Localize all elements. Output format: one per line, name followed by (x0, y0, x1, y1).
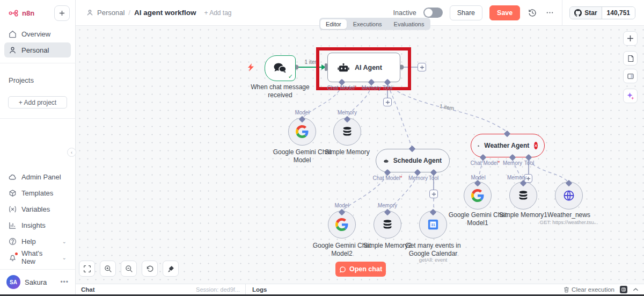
chevron-up-icon[interactable] (633, 287, 639, 292)
n8n-logo-icon (8, 10, 19, 17)
port-label: Model (471, 175, 485, 181)
zoom-out-button[interactable] (121, 261, 137, 277)
toggle-panel-button[interactable] (623, 69, 638, 83)
chat-panel-header[interactable]: Chat Session: ded9f... (76, 284, 246, 294)
user-menu[interactable]: SA Sakura ••• (0, 269, 75, 294)
port-label: Tool (429, 175, 438, 181)
session-id: Session: ded9f... (196, 286, 240, 293)
sidebar-item-overview[interactable]: Overview (4, 26, 71, 41)
activation-toggle[interactable] (423, 8, 443, 18)
robot-icon (338, 62, 349, 74)
n8n-logo: n8n (8, 9, 34, 17)
sidebar-item-label: Templates (21, 189, 53, 197)
history-icon (528, 9, 537, 17)
tab-executions[interactable]: Executions (348, 19, 387, 29)
panel-toggle-icon[interactable] (620, 286, 627, 293)
toggle-knob (425, 9, 433, 17)
node-subtitle: GET: https://weather.tsu... (540, 219, 598, 225)
port-label: Tool (383, 85, 392, 91)
breadcrumb-project[interactable]: Personal (97, 9, 125, 17)
globe-icon (562, 189, 575, 202)
new-workflow-button[interactable] (54, 5, 70, 21)
port-label: Memory (503, 160, 522, 166)
zoom-to-fit-button[interactable] (79, 261, 95, 277)
workflow-history-button[interactable] (527, 8, 538, 18)
undo-icon (146, 265, 154, 273)
add-tool-button[interactable] (383, 98, 392, 106)
workflow-canvas[interactable]: 1 item 1 item ✓ When chat message receiv… (76, 26, 644, 284)
more-options-button[interactable] (545, 8, 555, 18)
node-label: Get many events in Google Calendar (400, 242, 466, 258)
github-star-widget[interactable]: Star 140,751 (569, 6, 635, 19)
port-label: Memory (338, 110, 357, 115)
open-chat-label: Open chat (349, 265, 382, 273)
database-icon (517, 190, 529, 201)
sidebar-item-personal[interactable]: Personal (4, 42, 71, 57)
sidebar-item-help[interactable]: Help ⌄ (4, 234, 71, 249)
required-marker: * (400, 175, 402, 181)
sidebar-item-templates[interactable]: Templates (4, 185, 71, 200)
clear-execution-button[interactable]: Clear execution (564, 286, 614, 293)
tab-editor[interactable]: Editor (320, 19, 347, 29)
node-weather-agent[interactable]: Weather Agent ✕ (471, 134, 545, 157)
port-label: Chat Model* (372, 175, 402, 181)
workflow-title[interactable]: AI agent workflow (134, 9, 196, 17)
undo-button[interactable] (142, 261, 158, 277)
port-label: Memory (378, 203, 397, 208)
sidebar-item-admin-panel[interactable]: Admin Panel (4, 169, 71, 184)
node-title: Schedule Agent (393, 157, 442, 164)
tab-evaluations[interactable]: Evaluations (389, 19, 430, 29)
sidebar-collapse-button[interactable]: ‹ (67, 148, 76, 157)
add-project-button[interactable]: + Add project (8, 96, 67, 109)
port-label: Model (295, 110, 309, 115)
sidebar-item-whats-new[interactable]: What's New ⌄ (4, 250, 71, 265)
zoom-in-button[interactable] (100, 261, 116, 277)
share-button[interactable]: Share (450, 5, 482, 20)
divider (0, 63, 75, 63)
node-label: When chat message received (245, 83, 315, 99)
zoom-in-icon (104, 265, 112, 273)
add-tool-button[interactable] (429, 190, 438, 198)
save-button[interactable]: Save (489, 5, 520, 20)
add-node-button[interactable] (418, 63, 426, 71)
sidebar-item-insights[interactable]: Insights (4, 218, 71, 233)
logs-panel-title: Logs (246, 286, 267, 293)
plus-icon (59, 10, 65, 16)
chat-icon (339, 266, 346, 273)
breadcrumb: Personal / AI agent workflow + Add tag (86, 9, 232, 17)
tidy-up-icon (167, 265, 175, 273)
logs-panel-header[interactable]: Chat Session: ded9f... Logs Clear execut… (76, 284, 644, 294)
robot-icon (384, 156, 389, 166)
add-node-panel-button[interactable] (623, 31, 638, 46)
edge-label: 1 item (301, 59, 323, 65)
database-icon (341, 126, 353, 138)
chart-icon (9, 221, 17, 229)
tidy-up-button[interactable] (163, 261, 179, 277)
google-calendar-icon: 31 (427, 219, 439, 230)
success-check-icon: ✓ (288, 73, 293, 80)
sparkles-icon (626, 92, 634, 100)
port-label: Chat Model* (470, 160, 500, 166)
add-sticky-note-button[interactable] (623, 51, 638, 66)
zoom-out-icon (125, 265, 133, 273)
plus-icon (420, 65, 425, 70)
view-tabs: Editor Executions Evaluations (319, 18, 430, 30)
cloud-icon (9, 173, 17, 181)
variables-icon (9, 205, 17, 213)
layout-columns-icon (627, 73, 634, 80)
add-tag-button[interactable]: + Add tag (204, 9, 231, 17)
ai-assistant-button[interactable] (623, 89, 638, 103)
node-ai-agent[interactable]: AI Agent (327, 53, 400, 82)
github-star-label: Star (584, 9, 597, 17)
open-chat-button[interactable]: Open chat (335, 262, 386, 277)
divider (0, 118, 75, 119)
trash-icon (564, 286, 569, 293)
plus-icon (627, 35, 634, 42)
ellipsis-icon (546, 9, 554, 17)
sidebar-item-variables[interactable]: Variables (4, 201, 71, 216)
node-chat-trigger[interactable]: ✓ (265, 55, 296, 81)
more-icon[interactable]: ••• (60, 278, 69, 286)
sidebar: n8n Overview Personal Projects + Add pro… (0, 0, 76, 294)
chevron-down-icon: ⌄ (62, 239, 67, 244)
node-title: AI Agent (355, 64, 382, 71)
